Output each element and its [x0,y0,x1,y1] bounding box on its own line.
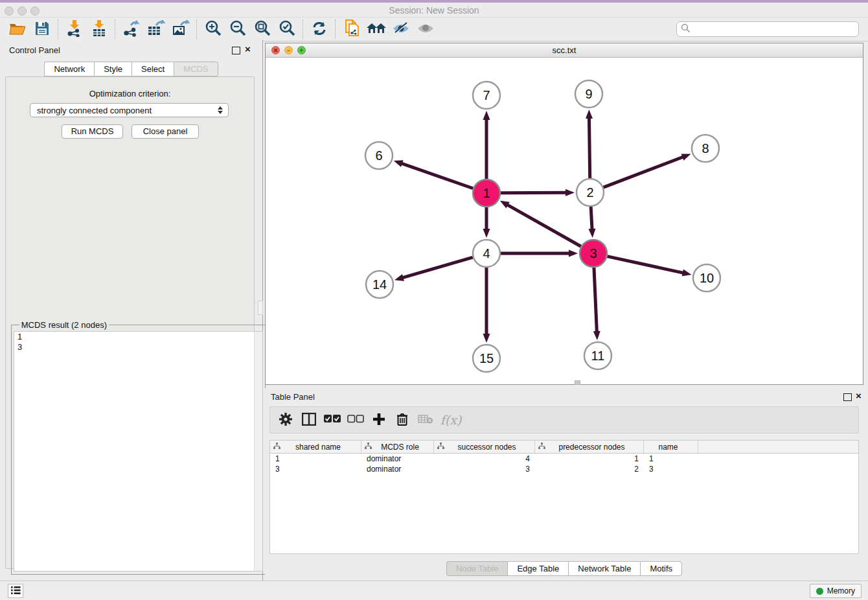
table-cell[interactable]: 3 [434,464,535,474]
show-all-button[interactable] [415,19,437,39]
zoom-fit-button[interactable] [251,19,273,39]
import-network-button[interactable] [63,19,86,39]
close-panel-icon[interactable]: × [245,43,251,54]
network-graph-canvas[interactable]: 7968124314101511 [266,58,863,384]
graph-edge-2-9[interactable] [589,117,589,178]
graph-edge-4-14[interactable] [402,257,473,278]
export-image-button[interactable] [170,19,192,39]
table-row[interactable]: 1dominator411 [270,454,858,464]
tab-node-table[interactable]: Node Table [446,561,508,576]
fx-icon: f(x) [440,413,462,427]
optimization-criterion-select[interactable]: strongly connected component [30,103,229,117]
open-session-button[interactable] [6,19,29,39]
zoom-in-button[interactable] [202,19,224,39]
zoom-selected-button[interactable] [276,19,298,39]
tab-network-table[interactable]: Network Table [568,561,640,576]
save-session-button[interactable] [31,19,53,39]
export-table-button[interactable] [145,19,167,39]
duplicate-network-button[interactable] [341,19,363,39]
table-settings-button[interactable] [274,409,297,431]
table-row[interactable]: 3dominator323 [270,464,858,474]
delete-rows-button[interactable] [391,409,414,431]
table-cell[interactable]: 1 [535,454,644,464]
column-header-predecessor-nodes[interactable]: predecessor nodes [535,441,644,453]
memory-label: Memory [827,586,855,595]
arrowhead-icon [681,154,691,160]
memory-status-icon [816,588,823,595]
search-box[interactable] [676,21,859,37]
float-panel-icon[interactable] [232,47,240,54]
graph-edge-1-6[interactable] [400,163,473,189]
table-close-icon[interactable]: × [856,390,862,401]
column-header-shared-name[interactable]: shared name [270,441,361,453]
table-cell[interactable]: 2 [535,464,644,474]
graph-node-label: 10 [700,271,714,285]
graph-edge-1-2[interactable] [501,192,567,193]
tab-mcds[interactable]: MCDS [174,62,218,76]
import-table-icon [91,20,107,39]
deselect-all-columns-button[interactable] [344,409,367,431]
table-cell[interactable]: 1 [644,454,698,464]
table-panel: Table Panel × [265,388,863,579]
panel-splitter-handle[interactable] [258,301,263,315]
create-column-button[interactable] [367,409,391,431]
tab-network[interactable]: Network [44,62,94,76]
graph-edge-2-3[interactable] [591,207,592,231]
table-float-icon[interactable] [843,393,852,401]
graph-node-label: 2 [586,185,593,200]
graph-edge-3-10[interactable] [607,257,684,273]
table-panel-tabs: Node TableEdge TableNetwork TableMotifs [265,561,863,576]
table-cell[interactable]: 4 [434,454,535,464]
task-history-button[interactable] [8,584,23,598]
column-header-label: name [644,443,698,452]
graph-edge-3-1[interactable] [506,204,580,246]
column-header-label: MCDS role [372,443,433,452]
refresh-icon [311,21,328,38]
search-input[interactable] [691,24,858,35]
memory-button[interactable]: Memory [810,584,862,598]
graph-edge-2-8[interactable] [604,156,685,187]
table-panel-title: Table Panel [271,392,315,402]
tab-style[interactable]: Style [94,62,131,76]
zoom-out-button[interactable] [227,19,249,39]
mcds-result-list[interactable]: 13 [14,331,263,571]
network-view-window: ✕ − + scc.txt 7968124314101511 [265,43,863,385]
export-network-icon [123,20,140,39]
hierarchy-icon [361,443,372,452]
hide-unselected-button[interactable] [390,19,412,39]
arrowhead-icon [483,334,490,343]
network-window-titlebar[interactable]: ✕ − + scc.txt [266,43,863,58]
delete-column-button-disabled [414,409,437,431]
table-cell[interactable]: dominator [361,454,434,464]
tab-motifs[interactable]: Motifs [640,561,682,576]
first-neighbors-button[interactable] [365,19,387,39]
graph-edge-3-11[interactable] [594,268,597,333]
select-all-columns-button[interactable] [321,409,344,431]
tab-select[interactable]: Select [131,62,174,76]
table-cell[interactable]: 3 [270,464,361,474]
run-mcds-button[interactable]: Run MCDS [62,124,123,139]
result-line: 1 [14,332,262,342]
tab-edge-table[interactable]: Edge Table [507,561,568,576]
arrowhead-icon [483,229,490,238]
export-network-button[interactable] [120,19,143,39]
column-header-name[interactable]: name [644,441,698,453]
list-icon [11,586,21,596]
application-window: Session: New Session [0,3,868,600]
column-header-successor-nodes[interactable]: successor nodes [434,441,535,453]
graph-node-label: 7 [483,88,490,102]
control-panel-tabs: NetworkStyleSelectMCDS [0,62,262,76]
table-cell[interactable]: 3 [644,464,698,474]
show-columns-button[interactable] [297,409,321,431]
refresh-button[interactable] [308,19,330,39]
table-cell[interactable]: 1 [270,454,361,464]
graph-node-label: 9 [585,87,592,101]
import-table-button[interactable] [88,19,110,39]
network-resize-handle[interactable] [575,380,580,385]
arrowhead-icon [588,229,595,238]
result-scrollbar[interactable] [254,332,262,571]
export-image-icon [172,20,190,39]
table-cell[interactable]: dominator [361,464,434,474]
column-header-MCDS-role[interactable]: MCDS role [361,441,434,453]
close-panel-button[interactable]: Close panel [131,124,199,139]
